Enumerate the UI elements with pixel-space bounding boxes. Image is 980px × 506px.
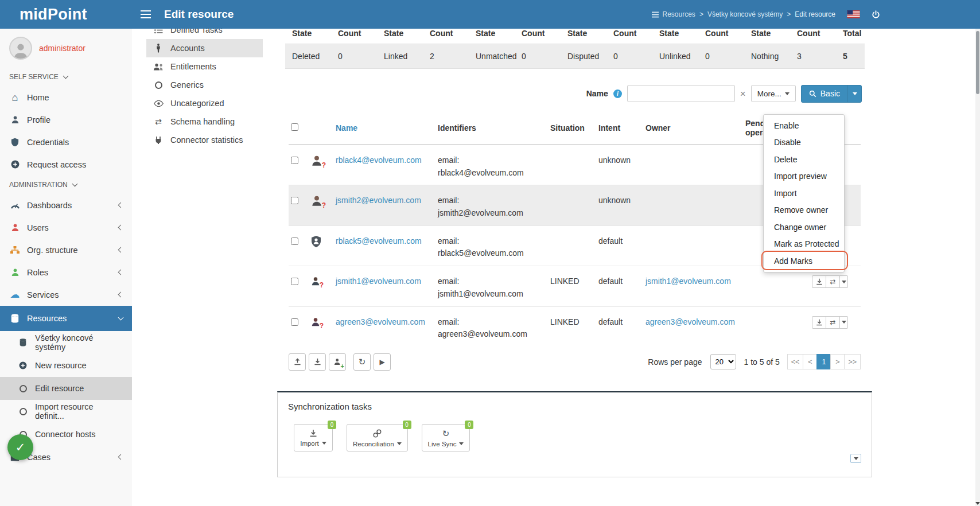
floating-caret-button[interactable] xyxy=(850,454,861,463)
next-page-button[interactable]: > xyxy=(830,354,845,369)
sidebar-item-users[interactable]: Users xyxy=(0,216,132,239)
menu-item-change-owner[interactable]: Change owner xyxy=(764,219,844,236)
breadcrumb-resource-name[interactable]: Všetky koncové systémy xyxy=(707,10,783,18)
basic-search-button[interactable]: Basic xyxy=(801,85,862,103)
sidebar-item-request-access[interactable]: Request access xyxy=(0,153,132,176)
tab-accounts[interactable]: Accounts xyxy=(146,39,263,57)
tab-uncategorized[interactable]: Uncategorized xyxy=(146,94,263,112)
situation-value xyxy=(546,225,594,266)
sidebar-item-dashboards[interactable]: Dashboards xyxy=(0,194,132,216)
search-name-label: Name xyxy=(586,89,608,98)
owner-link[interactable]: agreen3@evolveum.com xyxy=(645,317,735,326)
scrollbar-thumb[interactable] xyxy=(976,31,979,94)
sidebar-item-profile[interactable]: Profile xyxy=(0,108,132,131)
sidebar-item-org-structure[interactable]: Org. structure xyxy=(0,239,132,261)
more-filters-button[interactable]: More... xyxy=(751,85,796,102)
first-page-button[interactable]: << xyxy=(787,354,804,369)
chevron-left-icon xyxy=(118,270,124,275)
clear-search-icon[interactable]: × xyxy=(740,89,746,99)
rows-per-page-label: Rows per page xyxy=(648,357,702,367)
user-panel[interactable]: administrator xyxy=(0,29,132,68)
row-checkbox[interactable] xyxy=(291,318,298,326)
refresh-button[interactable]: ↻ xyxy=(353,353,371,371)
search-mode-caret[interactable] xyxy=(847,85,861,102)
account-name-link[interactable]: rblack5@evolveum.com xyxy=(336,236,422,246)
page-1-button[interactable]: 1 xyxy=(816,354,831,369)
row-checkbox[interactable] xyxy=(291,238,298,245)
chevron-down-icon xyxy=(72,181,77,187)
download-action-button[interactable] xyxy=(812,316,826,329)
tab-connector-statistics[interactable]: Connector statistics xyxy=(146,131,263,149)
tab-generics[interactable]: Generics xyxy=(146,76,263,94)
select-all-checkbox[interactable] xyxy=(291,123,298,131)
menu-item-mark-as-protected[interactable]: Mark as Protected xyxy=(764,236,844,253)
row-checkbox[interactable] xyxy=(291,278,298,285)
breadcrumb-resources[interactable]: Resources xyxy=(663,10,695,18)
exchange-action-button[interactable]: ⇄ xyxy=(826,316,840,329)
more-label: More... xyxy=(757,89,781,98)
download-button[interactable] xyxy=(309,353,326,371)
tab-entitlements[interactable]: Entitlements xyxy=(146,57,263,76)
home-icon: ⌂ xyxy=(9,92,21,103)
menu-item-delete[interactable]: Delete xyxy=(764,151,844,168)
tab-schema-handling[interactable]: ⇄ Schema handling xyxy=(146,112,263,131)
menu-item-enable[interactable]: Enable xyxy=(764,117,844,134)
upload-button[interactable] xyxy=(289,353,306,371)
name-col-header[interactable]: Name xyxy=(331,111,433,145)
row-actions-caret-button[interactable] xyxy=(839,275,848,288)
account-name-link[interactable]: jsmith1@evolveum.com xyxy=(336,277,421,286)
sidebar-item-services[interactable]: ☁ Services xyxy=(0,283,132,306)
live-sync-task-button[interactable]: ↻ Live Sync 0 xyxy=(422,424,470,451)
play-button[interactable]: ▶ xyxy=(374,353,391,371)
row-checkbox[interactable] xyxy=(291,157,298,164)
sidebar-item-import-resource[interactable]: Import resource definit... xyxy=(0,400,132,423)
account-name-link[interactable]: jsmith2@evolveum.com xyxy=(336,196,421,205)
role-icon xyxy=(9,268,21,277)
import-task-button[interactable]: Import 0 xyxy=(294,424,333,451)
sidebar-section-administration[interactable]: ADMINISTRATION xyxy=(0,176,132,194)
sidebar-section-self-service[interactable]: SELF SERVICE xyxy=(0,68,132,86)
info-icon[interactable]: i xyxy=(613,89,622,98)
menu-item-disable[interactable]: Disable xyxy=(764,134,844,151)
menu-item-add-marks[interactable]: Add Marks xyxy=(764,252,844,270)
account-name-link[interactable]: rblack4@evolveum.com xyxy=(336,155,422,165)
sidebar-item-edit-resource[interactable]: Edit resource xyxy=(0,377,132,400)
prev-page-button[interactable]: < xyxy=(803,354,817,369)
caret-down-icon xyxy=(842,281,846,283)
chevron-left-icon xyxy=(118,292,124,298)
app-logo[interactable]: midPoint xyxy=(0,6,132,24)
sidebar-item-credentials[interactable]: Credentials xyxy=(0,131,132,153)
play-icon: ▶ xyxy=(379,359,384,365)
sidebar-item-new-resource[interactable]: New resource xyxy=(0,354,132,377)
menu-toggle-button[interactable] xyxy=(132,0,160,29)
reconciliation-task-button[interactable]: Reconciliation 0 xyxy=(347,424,408,451)
sidebar-item-home[interactable]: ⌂ Home xyxy=(0,86,132,108)
page-scrollbar[interactable] xyxy=(975,29,980,506)
hamburger-icon xyxy=(141,14,151,15)
account-name-link[interactable]: agreen3@evolveum.com xyxy=(336,317,425,326)
row-actions-caret-button[interactable] xyxy=(839,316,848,329)
plus-circle-icon xyxy=(9,160,21,169)
add-account-button[interactable]: + xyxy=(329,353,346,371)
menu-item-remove-owner[interactable]: Remove owner xyxy=(764,202,844,219)
exchange-action-button[interactable]: ⇄ xyxy=(826,275,840,288)
app-header: midPoint Edit resource Resources > Všetk… xyxy=(0,0,980,29)
logout-power-icon[interactable] xyxy=(872,10,880,19)
download-action-button[interactable] xyxy=(812,275,826,288)
menu-item-import-preview[interactable]: Import preview xyxy=(764,168,844,185)
last-page-button[interactable]: >> xyxy=(844,354,861,369)
sidebar-item-all-resources[interactable]: Všetky koncové systémy xyxy=(0,331,132,354)
chevron-down-icon xyxy=(118,315,124,321)
scrollbar-down-arrow[interactable] xyxy=(975,502,980,505)
sidebar-item-resources[interactable]: Resources xyxy=(0,306,132,331)
user-icon xyxy=(9,115,21,124)
menu-item-import[interactable]: Import xyxy=(764,185,844,202)
success-check-fab[interactable]: ✓ xyxy=(7,434,33,460)
item-label: Dashboards xyxy=(27,201,72,210)
name-search-input[interactable] xyxy=(627,85,735,102)
rows-per-page-select[interactable]: 20 xyxy=(710,354,736,369)
owner-link[interactable]: jsmith1@evolveum.com xyxy=(645,277,731,286)
locale-flag-us-icon[interactable] xyxy=(847,10,860,18)
row-checkbox[interactable] xyxy=(291,197,298,204)
sidebar-item-roles[interactable]: Roles xyxy=(0,261,132,283)
